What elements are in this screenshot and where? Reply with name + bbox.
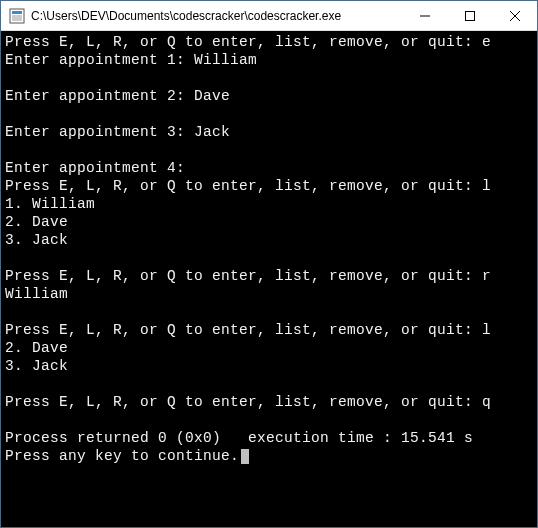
svg-rect-2 — [12, 15, 22, 21]
window-title: C:\Users\DEV\Documents\codescracker\code… — [31, 9, 402, 23]
close-button[interactable] — [492, 1, 537, 30]
svg-rect-1 — [12, 11, 22, 14]
svg-rect-4 — [465, 11, 474, 20]
console-text: Press E, L, R, or Q to enter, list, remo… — [5, 34, 491, 464]
maximize-button[interactable] — [447, 1, 492, 30]
cursor-icon — [241, 449, 249, 464]
app-window: C:\Users\DEV\Documents\codescracker\code… — [0, 0, 538, 528]
titlebar[interactable]: C:\Users\DEV\Documents\codescracker\code… — [1, 1, 537, 31]
minimize-button[interactable] — [402, 1, 447, 30]
app-icon — [9, 8, 25, 24]
window-controls — [402, 1, 537, 30]
console-output[interactable]: Press E, L, R, or Q to enter, list, remo… — [1, 31, 537, 527]
